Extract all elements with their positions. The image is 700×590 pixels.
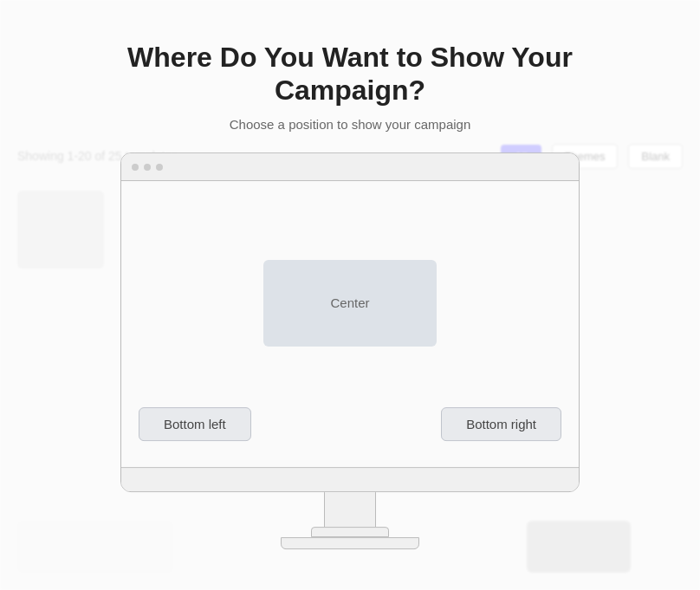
campaign-position-modal: Where Do You Want to Show Your Campaign?… — [90, 41, 610, 550]
center-label: Center — [330, 295, 369, 310]
monitor-dot-3 — [156, 164, 163, 171]
bottom-left-button[interactable]: Bottom left — [139, 407, 251, 441]
stand-base-top — [311, 527, 389, 537]
monitor-middle: Center — [139, 198, 561, 407]
stand-neck — [324, 492, 376, 527]
modal-title: Where Do You Want to Show Your Campaign? — [90, 41, 610, 107]
monitor-body: Center Bottom left Bottom right — [121, 181, 579, 467]
monitor-dot-2 — [144, 164, 151, 171]
stand-base — [281, 537, 419, 549]
bottom-buttons-row: Bottom left Bottom right — [139, 407, 561, 450]
monitor-bottom-bar — [121, 467, 579, 491]
bottom-right-button[interactable]: Bottom right — [441, 407, 561, 441]
modal-subtitle: Choose a position to show your campaign — [90, 117, 610, 132]
monitor-dot-1 — [132, 164, 139, 171]
center-position-zone[interactable]: Center — [263, 260, 437, 347]
monitor-stand — [120, 492, 580, 549]
monitor-top-bar — [121, 153, 579, 181]
monitor-illustration: Center Bottom left Bottom right — [120, 152, 580, 549]
monitor-screen: Center Bottom left Bottom right — [120, 152, 580, 492]
